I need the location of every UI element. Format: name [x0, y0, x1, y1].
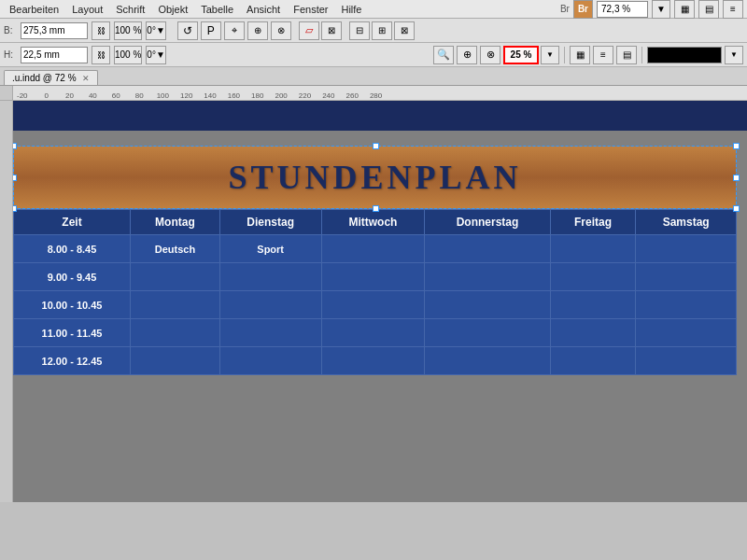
cell-zeit[interactable]: 8.00 - 8.45 — [14, 235, 131, 263]
table-row: 12.00 - 12.45 — [14, 347, 737, 375]
cell-zeit[interactable]: 9.00 - 9.45 — [14, 263, 131, 291]
document-tab[interactable]: .u.indd @ 72 % ✕ — [4, 70, 98, 85]
document-area: STUNDENPLAN Zeit Montag Dienstag Mittwoc… — [13, 146, 737, 375]
cell-donnerstag-row1[interactable] — [425, 263, 550, 291]
layout-btn-1[interactable]: ▦ — [570, 46, 590, 64]
small-zoom-dropdown[interactable]: ▼ — [541, 46, 559, 64]
small-zoom-btn-1[interactable]: ⊕ — [457, 46, 477, 64]
menu-layout[interactable]: Layout — [66, 2, 108, 17]
view-btn-1[interactable]: ▦ — [674, 0, 695, 19]
cell-montag-row4[interactable] — [131, 347, 220, 375]
layout-btn-3[interactable]: ▤ — [616, 46, 637, 64]
menu-bearbeiten[interactable]: Bearbeiten — [4, 2, 64, 17]
ruler-mark: -20 — [17, 91, 28, 100]
cell-freitag-row2[interactable] — [550, 291, 636, 319]
cell-dienstag-row2[interactable] — [219, 291, 321, 319]
cell-montag-row0[interactable]: Deutsch — [131, 235, 220, 263]
cell-donnerstag-row4[interactable] — [425, 347, 550, 375]
view-btn-3[interactable]: ≡ — [723, 0, 743, 19]
bridge-icon[interactable]: Br — [573, 0, 593, 19]
width-input[interactable] — [21, 22, 88, 39]
scale-h-btn[interactable]: 100 % — [114, 46, 142, 64]
menu-fenster[interactable]: Fenster — [288, 2, 333, 17]
small-zoom-value: 25 % — [511, 49, 532, 60]
cell-freitag-row4[interactable] — [550, 347, 636, 375]
transform-btn-1[interactable]: ↺ — [177, 21, 198, 40]
cell-samstag-row4[interactable] — [636, 347, 737, 375]
small-zoom-display[interactable]: 25 % — [503, 46, 539, 64]
cell-zeit[interactable]: 11.00 - 11.45 — [14, 319, 131, 347]
title-frame[interactable]: STUNDENPLAN — [13, 146, 737, 209]
transform-btn-5[interactable]: ⊗ — [271, 21, 291, 40]
title-selection-outline: STUNDENPLAN — [13, 146, 737, 209]
cell-mittwoch-row4[interactable] — [321, 347, 425, 375]
handle-br — [733, 205, 740, 212]
toolbar-row-1: B: ⛓ 100 % 0°▼ ↺ P ⌖ ⊕ ⊗ ▱ ⊠ ⊟ ⊞ ⊠ — [0, 19, 747, 43]
menu-objekt[interactable]: Objekt — [152, 2, 193, 17]
header-zeit: Zeit — [14, 210, 131, 235]
layout-btn-2[interactable]: ≡ — [593, 46, 613, 64]
ruler-mark: 240 — [322, 91, 334, 100]
menu-ansicht[interactable]: Ansicht — [241, 2, 286, 17]
cell-mittwoch-row1[interactable] — [321, 263, 425, 291]
cell-freitag-row0[interactable] — [550, 235, 636, 263]
cell-samstag-row2[interactable] — [636, 291, 737, 319]
table-row: 9.00 - 9.45 — [14, 263, 737, 291]
ruler-mark: 160 — [228, 91, 240, 100]
cell-freitag-row1[interactable] — [550, 263, 636, 291]
height-input[interactable] — [21, 47, 88, 63]
cell-dienstag-row1[interactable] — [219, 263, 321, 291]
tab-close-btn[interactable]: ✕ — [82, 74, 90, 83]
transform-btn-2[interactable]: P — [201, 21, 221, 40]
cell-mittwoch-row3[interactable] — [321, 319, 425, 347]
cell-zeit[interactable]: 10.00 - 10.45 — [14, 291, 131, 319]
cell-donnerstag-row2[interactable] — [425, 291, 550, 319]
cell-mittwoch-row0[interactable] — [321, 235, 425, 263]
cell-montag-row1[interactable] — [131, 263, 220, 291]
menu-hilfe[interactable]: Hilfe — [335, 2, 367, 17]
cell-zeit[interactable]: 12.00 - 12.45 — [14, 347, 131, 375]
cell-dienstag-row3[interactable] — [219, 319, 321, 347]
search-zoom-btn[interactable]: 🔍 — [433, 46, 454, 64]
cell-freitag-row3[interactable] — [550, 319, 636, 347]
cell-samstag-row0[interactable] — [636, 235, 737, 263]
table-row: 11.00 - 11.45 — [14, 319, 737, 347]
align-btn-3[interactable]: ⊠ — [394, 21, 415, 40]
cell-dienstag-row4[interactable] — [219, 347, 321, 375]
scale-h-value: 100 % — [115, 49, 141, 60]
zoom-dropdown-btn[interactable]: ▼ — [652, 0, 670, 19]
cell-montag-row2[interactable] — [131, 291, 220, 319]
dark-top-band — [0, 101, 747, 131]
cell-samstag-row3[interactable] — [636, 319, 737, 347]
small-zoom-btn-2[interactable]: ⊗ — [480, 46, 500, 64]
stroke-btn-1[interactable]: ▱ — [299, 21, 319, 40]
tab-filename: .u.indd @ 72 % — [12, 73, 77, 83]
menu-schrift[interactable]: Schrift — [110, 2, 150, 17]
align-btn-2[interactable]: ⊞ — [372, 21, 392, 40]
cell-samstag-row1[interactable] — [636, 263, 737, 291]
link-icon[interactable]: ⛓ — [92, 21, 110, 40]
cell-donnerstag-row0[interactable] — [425, 235, 550, 263]
header-donnerstag: Donnerstag — [425, 210, 550, 235]
table-row: 10.00 - 10.45 — [14, 291, 737, 319]
menu-bar: Bearbeiten Layout Schrift Objekt Tabelle… — [0, 0, 747, 19]
rotation-dropdown[interactable]: 0°▼ — [146, 21, 165, 40]
align-btn-1[interactable]: ⊟ — [349, 21, 370, 40]
menu-tabelle[interactable]: Tabelle — [195, 2, 239, 17]
stroke-btn-2[interactable]: ⊠ — [321, 21, 342, 40]
rotation2-dropdown[interactable]: 0°▼ — [146, 46, 165, 64]
main-zoom-display[interactable]: 72,3 % — [597, 1, 648, 18]
transform-btn-3[interactable]: ⌖ — [224, 21, 245, 40]
cell-donnerstag-row3[interactable] — [425, 319, 550, 347]
chain-icon[interactable]: ⛓ — [92, 46, 110, 64]
scale-w-btn[interactable]: 100 % — [114, 21, 142, 40]
color-dropdown[interactable]: ▼ — [725, 46, 743, 64]
color-swatch — [647, 47, 722, 63]
cell-dienstag-row0[interactable]: Sport — [219, 235, 321, 263]
view-btn-2[interactable]: ▤ — [698, 0, 719, 19]
h-label: H: — [4, 49, 17, 60]
cell-montag-row3[interactable] — [131, 319, 220, 347]
transform-btn-4[interactable]: ⊕ — [247, 21, 268, 40]
schedule-table: Zeit Montag Dienstag Mittwoch Donnerstag… — [13, 209, 737, 375]
cell-mittwoch-row2[interactable] — [321, 291, 425, 319]
